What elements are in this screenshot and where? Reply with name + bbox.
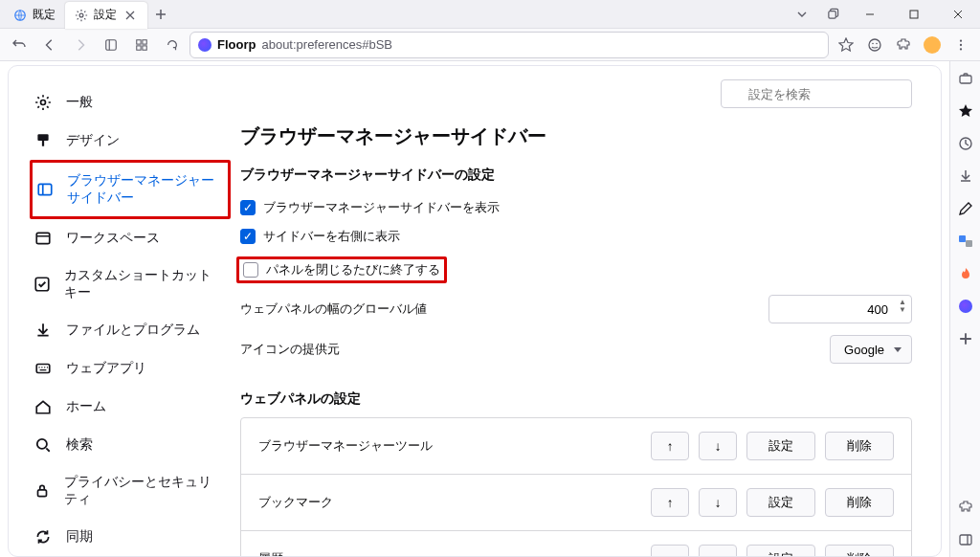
prefs-sidebar: 一般 デザイン ブラウザーマネージャーサイドバー ワークスペース カスタムショー… [9, 66, 231, 556]
sidebar-item-design[interactable]: デザイン [30, 122, 231, 160]
sidebar-item-label: デザイン [66, 132, 120, 149]
panel-settings-button[interactable]: 設定 [746, 488, 815, 517]
svg-point-1 [79, 13, 83, 17]
smile-icon[interactable] [861, 32, 888, 58]
lock-icon [33, 481, 51, 501]
sidebar-item-sync[interactable]: 同期 [30, 518, 231, 556]
panel-delete-button[interactable]: 削除 [825, 488, 894, 517]
move-down-button[interactable]: ↓ [699, 432, 737, 460]
sidebar-item-workspace[interactable]: ワークスペース [30, 219, 231, 257]
titlebar: 既定 設定 [0, 0, 980, 29]
svg-rect-5 [137, 39, 141, 43]
sidebar-item-search[interactable]: 検索 [30, 426, 231, 464]
extensions-icon[interactable] [890, 32, 917, 58]
sidebar-item-privacy[interactable]: プライバシーとセキュリティ [30, 464, 231, 518]
translate-icon[interactable] [956, 232, 975, 251]
checkbox-icon[interactable] [243, 262, 258, 278]
move-down-button[interactable]: ↓ [699, 545, 737, 556]
star-filled-icon[interactable] [956, 101, 975, 121]
briefcase-icon[interactable] [956, 69, 975, 88]
new-tab-button[interactable] [147, 2, 174, 27]
window-close[interactable] [938, 0, 978, 29]
sidebar-item-files[interactable]: ファイルとプログラム [30, 311, 231, 349]
download-icon [33, 321, 53, 340]
svg-point-9 [869, 39, 880, 51]
move-up-button[interactable]: ↑ [651, 432, 689, 460]
panel-name: ブラウザーマネージャーツール [258, 437, 651, 455]
sidebar-item-label: プライバシーとセキュリティ [64, 474, 223, 508]
sidebar-item-label: ブラウザーマネージャーサイドバー [67, 172, 220, 207]
svg-point-21 [37, 439, 47, 449]
panel-settings-button[interactable]: 設定 [746, 432, 815, 460]
sidebar-item-webapps[interactable]: ウェブアプリ [30, 349, 231, 388]
checkbox-icon[interactable] [240, 200, 256, 215]
plus-icon[interactable] [956, 329, 975, 348]
profile-icon[interactable] [919, 32, 946, 58]
titlebar-right [789, 0, 980, 29]
window-minimize[interactable] [850, 0, 890, 29]
svg-rect-17 [38, 184, 52, 194]
flame-icon[interactable] [956, 264, 975, 283]
setting-global-width: ウェブパネルの幅のグローバル値 ▲▼ [240, 289, 912, 329]
sidebar-item-home[interactable]: ホーム [30, 388, 231, 426]
url-bar[interactable]: Floorp about:preferences#bSB [189, 32, 829, 58]
setting-icon-provider: アイコンの提供元 Google [240, 329, 912, 369]
checkbox-close-on-panel-close[interactable]: パネルを閉じるたびに終了する [240, 251, 912, 289]
extensions-rail-icon[interactable] [956, 498, 975, 517]
undo-icon[interactable] [6, 32, 33, 58]
checkbox-icon[interactable] [240, 229, 256, 244]
move-down-button[interactable]: ↓ [699, 488, 737, 517]
section-title: ウェブパネルの設定 [240, 390, 912, 408]
svg-rect-6 [143, 39, 146, 43]
collapse-icon[interactable] [956, 530, 975, 549]
sidebar-item-shortcuts[interactable]: カスタムショートカットキー [30, 257, 231, 311]
svg-rect-27 [966, 240, 972, 247]
back-button[interactable] [36, 32, 63, 58]
checkbox-show-sidebar[interactable]: ブラウザーマネージャーサイドバーを表示 [240, 193, 912, 222]
home-icon [33, 397, 53, 416]
svg-rect-7 [137, 45, 141, 49]
search-input[interactable] [721, 79, 912, 108]
close-icon[interactable] [122, 8, 138, 23]
settings-search[interactable] [721, 79, 912, 108]
panel-delete-button[interactable]: 削除 [825, 432, 894, 460]
history-icon[interactable] [956, 134, 975, 153]
right-rail [949, 61, 980, 557]
floorp-rail-icon[interactable] [956, 297, 975, 316]
grid-icon[interactable] [128, 32, 155, 58]
svg-rect-16 [37, 134, 48, 141]
tab-settings[interactable]: 設定 [65, 2, 147, 29]
panel-settings-button[interactable]: 設定 [746, 545, 815, 556]
width-input[interactable] [768, 295, 912, 323]
download-icon[interactable] [956, 167, 975, 186]
sidebar-item-browser-manager-sidebar[interactable]: ブラウザーマネージャーサイドバー [30, 160, 231, 219]
sidebar-item-general[interactable]: 一般 [30, 83, 231, 122]
chevron-down-icon[interactable] [789, 2, 815, 27]
move-up-button[interactable]: ↑ [651, 545, 689, 556]
svg-rect-4 [106, 39, 117, 50]
spinner-icon[interactable]: ▲▼ [899, 299, 906, 314]
checkbox-label: ブラウザーマネージャーサイドバーを表示 [263, 199, 500, 216]
checkbox-sidebar-right[interactable]: サイドバーを右側に表示 [240, 222, 912, 251]
window-maximize[interactable] [894, 0, 934, 29]
sidebar-toggle-icon[interactable] [98, 32, 124, 58]
menu-icon[interactable] [947, 32, 974, 58]
checkbox-label: パネルを閉じるたびに終了する [266, 261, 440, 278]
gear-icon [75, 9, 88, 22]
pencil-icon[interactable] [956, 199, 975, 218]
svg-rect-18 [36, 233, 50, 243]
tab-pinned[interactable]: 既定 [4, 2, 65, 29]
provider-dropdown[interactable]: Google [830, 335, 912, 364]
sidebar-item-label: ファイルとプログラム [66, 322, 200, 339]
star-icon[interactable] [833, 32, 859, 58]
reload-button[interactable] [159, 32, 186, 58]
url-address: about:preferences#bSB [261, 37, 392, 52]
move-up-button[interactable]: ↑ [651, 488, 689, 517]
panel-icon [36, 180, 54, 199]
main-panel: ブラウザーマネージャーサイドバー ブラウザーマネージャーサイドバーの設定 ブラウ… [231, 66, 941, 556]
floorp-icon [198, 38, 212, 52]
panel-delete-button[interactable]: 削除 [825, 545, 894, 556]
forward-button[interactable] [67, 32, 94, 58]
window-copy-icon[interactable] [819, 2, 846, 27]
svg-rect-28 [960, 535, 971, 545]
